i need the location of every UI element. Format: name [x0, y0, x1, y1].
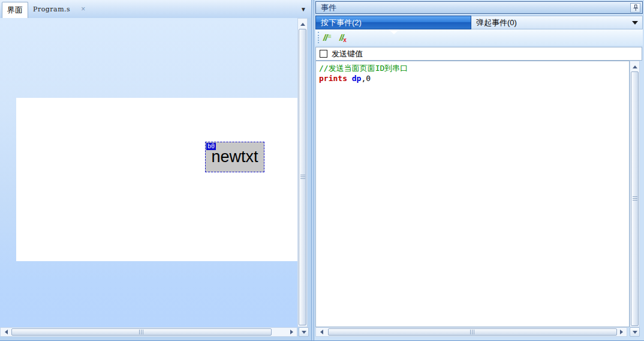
tab-release-event[interactable]: 弹起事件(0)	[471, 16, 643, 29]
scroll-thumb-grip	[300, 175, 305, 180]
editor-tabstrip: 界面 Program.s × ▼	[0, 0, 311, 18]
scroll-down-icon	[302, 331, 306, 334]
horizontal-scroll-thumb[interactable]	[11, 328, 272, 336]
scroll-left-icon	[5, 330, 8, 334]
chevron-down-icon[interactable]	[632, 21, 638, 25]
scroll-up-icon	[633, 65, 637, 68]
comment-lines-icon: ≡	[327, 32, 331, 40]
component-id-badge: b0	[206, 143, 216, 150]
pin-button[interactable]	[630, 3, 640, 13]
code-rest: ,0	[361, 74, 371, 83]
canvas-vertical-scrollbar[interactable]	[297, 18, 308, 327]
code-comment-line: //发送当面页面ID到串口	[319, 63, 626, 73]
chevron-down-glyph	[632, 21, 638, 25]
pin-icon	[633, 4, 639, 11]
scroll-right-button[interactable]	[287, 328, 296, 336]
design-pane: 界面 Program.s × ▼ newtxt b0	[0, 0, 311, 341]
design-canvas[interactable]: newtxt b0	[0, 18, 297, 327]
vertical-scroll-thumb[interactable]	[299, 29, 306, 325]
remove-x-icon: x	[343, 37, 347, 43]
scroll-left-button[interactable]	[317, 328, 326, 336]
tab-press-event[interactable]: 按下事件(2)	[315, 16, 471, 29]
events-toolbar: // ≡ // x	[315, 29, 643, 46]
code-statement-line: prints dp,0	[319, 73, 626, 83]
scroll-thumb-grip	[633, 196, 637, 201]
send-key-checkbox[interactable]	[320, 50, 327, 58]
tab-program[interactable]: Program.s ×	[33, 0, 86, 18]
component-b0[interactable]: newtxt b0	[205, 142, 264, 172]
scroll-thumb-grip	[470, 330, 475, 334]
scroll-left-button[interactable]	[2, 328, 10, 336]
tab-program-label: Program.s	[33, 5, 70, 13]
event-tabstrip: 按下事件(2) 弹起事件(0)	[315, 16, 643, 29]
canvas-horizontal-scrollbar[interactable]	[0, 327, 297, 337]
send-key-row: 发送键值	[315, 47, 642, 61]
page-canvas[interactable]: newtxt b0	[16, 98, 297, 261]
active-tab-notch	[389, 29, 399, 34]
toolbar-drag-handle[interactable]	[318, 32, 319, 43]
scroll-left-icon	[320, 330, 323, 334]
horizontal-scroll-thumb[interactable]	[328, 328, 617, 336]
vertical-scroll-thumb[interactable]	[631, 71, 639, 326]
scroll-down-button[interactable]	[299, 327, 309, 337]
scroll-thumb-grip	[139, 330, 144, 334]
code-variable: dp	[352, 74, 362, 83]
remove-comment-button[interactable]: // x	[339, 31, 347, 44]
scroll-up-button[interactable]	[298, 20, 307, 28]
code-vertical-scrollbar[interactable]	[630, 61, 640, 327]
scroll-down-button[interactable]	[630, 327, 640, 337]
add-comment-button[interactable]: // ≡	[323, 31, 332, 44]
events-pane-header: 事件	[315, 1, 643, 14]
scroll-down-icon	[633, 331, 637, 334]
scroll-right-button[interactable]	[617, 328, 625, 336]
app-window: 界面 Program.s × ▼ newtxt b0	[0, 0, 644, 341]
events-pane: 事件 按下事件(2) 弹起事件(0) // ≡	[314, 0, 644, 341]
tab-interface[interactable]: 界面	[2, 2, 28, 18]
code-horizontal-scrollbar[interactable]	[315, 327, 627, 337]
comment-slashes-icon: //	[323, 32, 327, 43]
scroll-right-icon	[290, 330, 293, 334]
scroll-right-icon	[620, 330, 623, 334]
chevron-down-icon[interactable]: ▼	[300, 6, 306, 13]
tab-interface-label: 界面	[7, 5, 23, 16]
send-key-label: 发送键值	[332, 49, 363, 59]
code-editor[interactable]: //发送当面页面ID到串口 prints dp,0	[315, 61, 630, 327]
close-icon[interactable]: ×	[81, 5, 86, 13]
events-pane-title: 事件	[321, 2, 336, 13]
code-keyword: prints	[319, 74, 347, 83]
scroll-up-icon	[300, 23, 305, 26]
scroll-up-button[interactable]	[630, 62, 639, 71]
